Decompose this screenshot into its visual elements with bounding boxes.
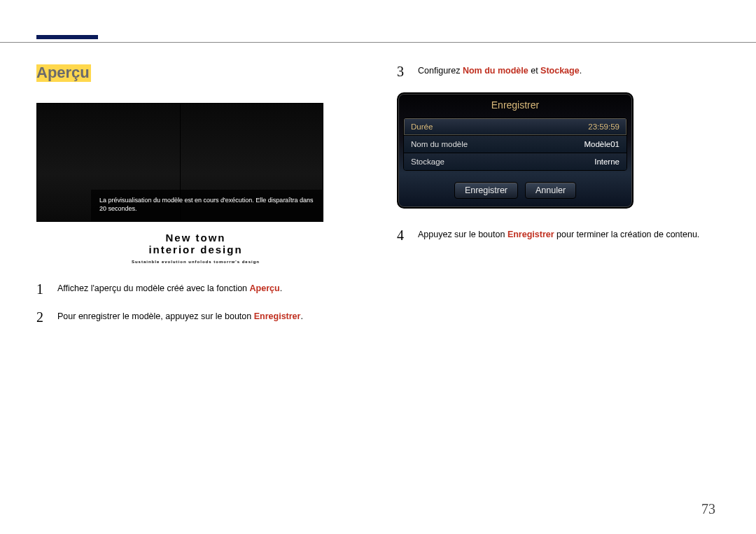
dialog-body: Durée 23:59:59 Nom du modèle Modèle01 St… — [403, 118, 627, 171]
keyword-apercu: Aperçu — [250, 283, 280, 293]
keyword-nom-du-modele: Nom du modèle — [463, 66, 528, 76]
save-dialog: Enregistrer Durée 23:59:59 Nom du modèle… — [397, 92, 634, 209]
two-column-layout: Aperçu La prévisualisation du modèle est… — [36, 36, 715, 338]
preview-overlay-text: La prévisualisation du modèle est en cou… — [91, 190, 323, 222]
step-text-post: pour terminer la création de contenu. — [554, 230, 700, 239]
step-text: Configurez Nom du modèle et Stockage. — [418, 64, 582, 77]
right-column: 3 Configurez Nom du modèle et Stockage. … — [397, 64, 715, 338]
preview-screenshot: La prévisualisation du modèle est en cou… — [36, 103, 323, 222]
step-number: 1 — [36, 282, 46, 296]
step-1: 1 Affichez l'aperçu du modèle créé avec … — [36, 282, 355, 296]
dialog-row-duree[interactable]: Durée 23:59:59 — [404, 118, 626, 135]
step-3: 3 Configurez Nom du modèle et Stockage. — [397, 64, 715, 78]
step-text: Affichez l'aperçu du modèle créé avec la… — [57, 282, 282, 295]
section-heading-wrap: Aperçu — [36, 64, 355, 82]
dialog-row-nom-du-modele[interactable]: Nom du modèle Modèle01 — [404, 135, 626, 153]
step-text: Pour enregistrer le modèle, appuyez sur … — [57, 310, 303, 323]
step-2: 2 Pour enregistrer le modèle, appuyez su… — [36, 310, 355, 324]
step-text-post: . — [280, 283, 282, 293]
step-number: 4 — [397, 228, 407, 242]
left-steps: 1 Affichez l'aperçu du modèle créé avec … — [36, 282, 355, 324]
dialog-row-value: Interne — [594, 157, 620, 166]
dialog-row-value: 23:59:59 — [588, 122, 620, 131]
dialog-title: Enregistrer — [398, 94, 632, 113]
step-text-pre: Configurez — [418, 66, 463, 76]
step-text-pre: Appuyez sur le bouton — [418, 230, 507, 239]
page-number: 73 — [701, 501, 715, 517]
keyword-enregistrer: Enregistrer — [507, 230, 554, 239]
step-text: Appuyez sur le bouton Enregistrer pour t… — [418, 228, 699, 241]
step-number: 3 — [397, 64, 407, 78]
step-text-post: . — [580, 66, 582, 76]
step-4: 4 Appuyez sur le bouton Enregistrer pour… — [397, 228, 715, 242]
keyword-stockage: Stockage — [540, 66, 580, 76]
template-title-line1: New town — [36, 232, 355, 244]
template-title: New town interior design — [36, 232, 355, 255]
step-number: 2 — [36, 310, 46, 324]
save-button[interactable]: Enregistrer — [454, 182, 518, 199]
left-column: Aperçu La prévisualisation du modèle est… — [36, 64, 355, 338]
dialog-buttons: Enregistrer Annuler — [398, 175, 632, 207]
header-rule — [0, 42, 756, 43]
step-text-post: . — [300, 311, 302, 321]
keyword-enregistrer: Enregistrer — [254, 311, 301, 321]
cancel-button[interactable]: Annuler — [525, 182, 576, 199]
template-title-line2: interior design — [36, 244, 355, 255]
section-heading: Aperçu — [36, 64, 91, 82]
dialog-row-label: Durée — [411, 122, 433, 131]
dialog-row-value: Modèle01 — [584, 140, 620, 148]
header-accent-bar — [36, 35, 98, 39]
manual-page: Aperçu La prévisualisation du modèle est… — [0, 0, 756, 534]
dialog-row-label: Nom du modèle — [411, 140, 468, 148]
step-text-pre: Pour enregistrer le modèle, appuyez sur … — [57, 311, 254, 321]
template-subtitle: Sustainble evolution unfolods tomorrw's … — [36, 260, 355, 264]
step-text-pre: Affichez l'aperçu du modèle créé avec la… — [57, 283, 250, 293]
dialog-row-stockage[interactable]: Stockage Interne — [404, 153, 626, 170]
step-text-mid: et — [528, 66, 540, 76]
dialog-row-label: Stockage — [411, 157, 444, 166]
